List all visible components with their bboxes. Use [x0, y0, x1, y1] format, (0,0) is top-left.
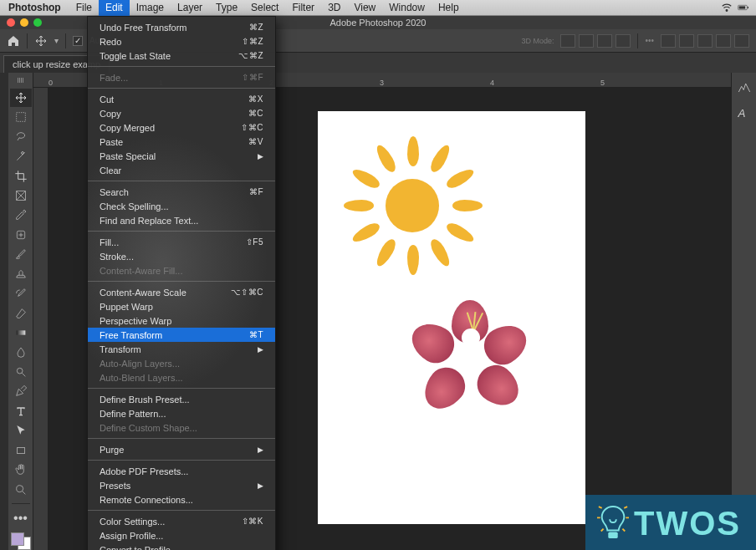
vertical-ruler	[33, 88, 49, 550]
menu-item-fill[interactable]: Fill...⇧F5	[88, 235, 275, 249]
menu-item-perspective-warp[interactable]: Perspective Warp	[88, 313, 275, 328]
3d-btn-2[interactable]	[679, 34, 694, 48]
svg-rect-4	[16, 113, 25, 122]
foreground-color-swatch[interactable]	[11, 532, 24, 546]
move-tool-indicator-icon	[34, 34, 48, 48]
menu-item-check-spelling[interactable]: Check Spelling...	[88, 199, 275, 213]
pen-tool-icon[interactable]	[10, 383, 32, 400]
frame-tool-icon[interactable]	[10, 186, 32, 204]
menu-view[interactable]: View	[347, 0, 382, 16]
clone-stamp-tool-icon[interactable]	[10, 265, 32, 283]
menu-item-paste-special[interactable]: Paste Special▶	[88, 149, 275, 163]
3d-btn-5[interactable]	[734, 34, 749, 48]
menu-item-define-brush-preset[interactable]: Define Brush Preset...	[88, 392, 275, 406]
align-btn-4[interactable]	[616, 34, 631, 48]
menu-item-color-settings[interactable]: Color Settings...⇧⌘K	[88, 514, 275, 528]
magic-wand-tool-icon[interactable]	[10, 147, 32, 165]
color-swatches[interactable]	[11, 532, 31, 550]
menu-item-content-aware-scale[interactable]: Content-Aware Scale⌥⇧⌘C	[88, 285, 275, 299]
menu-item-search[interactable]: Search⌘F	[88, 185, 275, 199]
menu-item-copy[interactable]: Copy⌘C	[88, 106, 275, 120]
menu-item-convert-to-profile[interactable]: Convert to Profile...	[88, 542, 275, 550]
3d-btn-4[interactable]	[716, 34, 731, 48]
svg-point-0	[726, 10, 728, 12]
document-canvas[interactable]	[318, 111, 585, 524]
svg-rect-3	[748, 7, 748, 8]
type-tool-icon[interactable]	[10, 402, 32, 420]
brush-tool-icon[interactable]	[10, 246, 32, 263]
menu-separator	[88, 388, 275, 389]
menu-edit[interactable]: Edit	[99, 0, 130, 16]
menu-item-auto-align-layers: Auto-Align Layers...	[88, 356, 275, 370]
lasso-tool-icon[interactable]	[10, 128, 32, 145]
align-buttons	[560, 34, 631, 48]
menu-item-find-and-replace-text[interactable]: Find and Replace Text...	[88, 213, 275, 227]
menu-item-fade: Fade...⇧⌘F	[88, 70, 275, 84]
home-icon[interactable]	[7, 34, 20, 48]
menu-item-stroke[interactable]: Stroke...	[88, 249, 275, 263]
character-panel-icon[interactable]: A	[736, 104, 753, 121]
twos-watermark: TWOS	[585, 495, 756, 550]
history-brush-tool-icon[interactable]	[10, 285, 32, 303]
menu-3d[interactable]: 3D	[321, 0, 347, 16]
menu-window[interactable]: Window	[382, 0, 432, 16]
svg-rect-7	[16, 330, 25, 334]
auto-select-checkbox[interactable]: ✓	[73, 36, 83, 46]
panel-drag-handle[interactable]	[12, 78, 30, 84]
menu-item-purge[interactable]: Purge▶	[88, 442, 275, 456]
menu-item-toggle-last-state[interactable]: Toggle Last State⌥⌘Z	[88, 48, 275, 63]
dodge-tool-icon[interactable]	[10, 363, 32, 380]
battery-icon	[738, 2, 749, 13]
gradient-tool-icon[interactable]	[10, 323, 32, 341]
menu-item-clear[interactable]: Clear	[88, 163, 275, 177]
menu-image[interactable]: Image	[130, 0, 171, 16]
menu-item-adobe-pdf-presets[interactable]: Adobe PDF Presets...	[88, 464, 275, 478]
menu-item-undo-free-transform[interactable]: Undo Free Transform⌘Z	[88, 20, 275, 34]
move-tool-icon[interactable]	[10, 89, 32, 106]
edit-toolbar-icon[interactable]: •••	[10, 509, 32, 527]
crop-tool-icon[interactable]	[10, 167, 32, 185]
rectangle-tool-icon[interactable]	[10, 441, 32, 459]
menu-file[interactable]: File	[69, 0, 99, 16]
menu-item-assign-profile[interactable]: Assign Profile...	[88, 528, 275, 542]
menu-item-define-custom-shape: Define Custom Shape...	[88, 420, 275, 435]
app-name: Photoshop	[0, 2, 69, 13]
menu-help[interactable]: Help	[432, 0, 466, 16]
menu-item-copy-merged[interactable]: Copy Merged⇧⌘C	[88, 120, 275, 135]
watermark-text: TWOS	[634, 505, 741, 542]
menu-item-paste[interactable]: Paste⌘V	[88, 135, 275, 149]
menu-filter[interactable]: Filter	[285, 0, 321, 16]
marquee-tool-icon[interactable]	[10, 109, 32, 126]
3d-btn-3[interactable]	[697, 34, 713, 48]
flower-graphic	[432, 300, 508, 370]
zoom-tool-icon[interactable]	[10, 481, 32, 498]
hand-tool-icon[interactable]	[10, 461, 32, 478]
lightbulb-icon	[597, 503, 629, 543]
menu-item-remote-connections[interactable]: Remote Connections...	[88, 492, 275, 507]
align-btn-2[interactable]	[579, 34, 594, 48]
menu-item-free-transform[interactable]: Free Transform⌘T	[88, 328, 275, 342]
menu-item-define-pattern[interactable]: Define Pattern...	[88, 406, 275, 420]
3d-btn-1[interactable]	[661, 34, 676, 48]
menu-item-transform[interactable]: Transform▶	[88, 342, 275, 356]
histogram-panel-icon[interactable]	[736, 79, 753, 96]
menu-item-presets[interactable]: Presets▶	[88, 478, 275, 492]
eraser-tool-icon[interactable]	[10, 304, 32, 322]
align-btn-3[interactable]	[597, 34, 612, 48]
menu-select[interactable]: Select	[244, 0, 285, 16]
eyedropper-tool-icon[interactable]	[10, 206, 32, 224]
menu-item-puppet-warp[interactable]: Puppet Warp	[88, 299, 275, 313]
blur-tool-icon[interactable]	[10, 344, 32, 361]
tools-panel: •••	[8, 73, 33, 550]
more-options-icon[interactable]: •••	[645, 36, 654, 45]
menu-layer[interactable]: Layer	[171, 0, 209, 16]
menu-item-cut[interactable]: Cut⌘X	[88, 92, 275, 106]
healing-brush-tool-icon[interactable]	[10, 226, 32, 243]
menubar-tray	[721, 2, 756, 13]
menu-item-redo[interactable]: Redo⇧⌘Z	[88, 34, 275, 48]
menu-type[interactable]: Type	[209, 0, 244, 16]
menu-separator	[88, 438, 275, 439]
path-selection-tool-icon[interactable]	[10, 422, 32, 440]
align-btn-1[interactable]	[560, 34, 575, 48]
menu-separator	[88, 510, 275, 511]
